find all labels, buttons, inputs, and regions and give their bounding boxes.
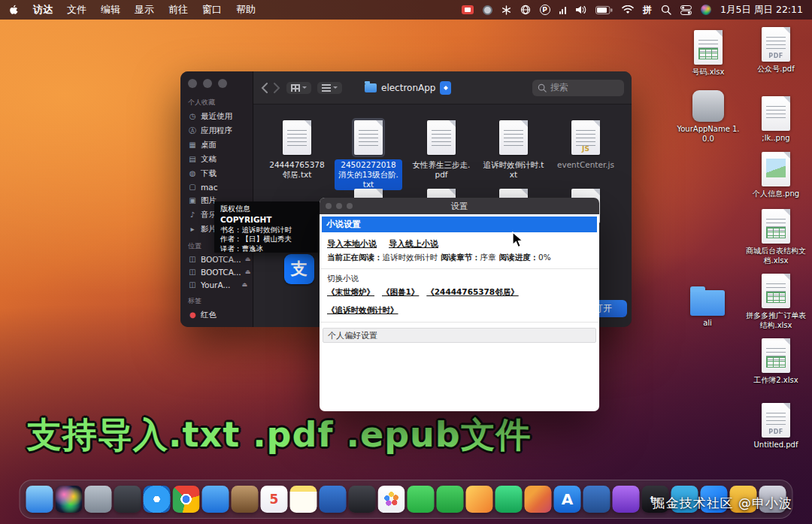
file-item[interactable]: JSeventCenter.js xyxy=(551,118,620,171)
book-link[interactable]: 《追诉时效倒计时》 xyxy=(327,305,398,316)
window-controls[interactable] xyxy=(188,79,227,88)
close-button[interactable] xyxy=(326,203,332,209)
view-mode-control[interactable] xyxy=(286,82,311,94)
dock-docker[interactable] xyxy=(583,486,611,513)
menu-item-显示[interactable]: 显示 xyxy=(135,3,154,17)
menu-item-帮助[interactable]: 帮助 xyxy=(236,3,256,17)
menu-item-访达[interactable]: 访达 xyxy=(33,3,53,17)
group-by-control[interactable] xyxy=(317,82,342,94)
book-link[interactable]: 《困兽1》 xyxy=(382,287,419,298)
dock-word[interactable] xyxy=(320,486,347,513)
dock-podcasts[interactable] xyxy=(613,486,640,513)
minimize-button[interactable] xyxy=(203,79,212,88)
menu-item-文件[interactable]: 文件 xyxy=(67,3,86,17)
app-status-icon[interactable] xyxy=(483,5,492,15)
folder-dropdown[interactable]: electronApp xyxy=(365,81,451,95)
desktop-icon[interactable]: 工作簿2.xlsx xyxy=(742,338,810,385)
sidebar-item-应用程序[interactable]: Ⓐ应用程序 xyxy=(180,123,253,138)
file-item[interactable]: 24502272018消失的13级台阶.txt xyxy=(334,118,403,190)
file-item[interactable]: 追诉时效倒计时.txt xyxy=(479,118,548,180)
desktop-icon[interactable]: ;lk..png xyxy=(742,96,810,143)
search-field[interactable]: 搜索 xyxy=(532,80,624,96)
zoom-button[interactable] xyxy=(347,203,353,209)
close-button[interactable] xyxy=(188,79,197,88)
dock-chart[interactable] xyxy=(495,486,523,513)
dock-system-settings[interactable] xyxy=(114,486,141,513)
screen-record-icon[interactable] xyxy=(462,5,474,14)
window-controls[interactable] xyxy=(326,203,353,209)
dock-finder[interactable] xyxy=(26,486,53,513)
wifi-icon[interactable] xyxy=(622,4,634,16)
import-link[interactable]: 导入本地小说 xyxy=(327,238,377,250)
dock-app-store[interactable]: A xyxy=(554,486,581,513)
novel-settings-header[interactable]: 小说设置 xyxy=(322,217,597,232)
eject-icon[interactable]: ⏏ xyxy=(241,281,249,288)
sidebar-item-BOOTCA...[interactable]: ◫BOOTCA...⏏ xyxy=(180,265,253,278)
desktop-icon[interactable]: PDF公众号.pdf xyxy=(742,27,810,74)
dock-notes[interactable] xyxy=(290,486,317,513)
sidebar-item-桌面[interactable]: ▦桌面 xyxy=(180,138,253,152)
sidebar-item-红色[interactable]: ●红色 xyxy=(180,307,253,322)
dock-wechat[interactable] xyxy=(408,486,435,513)
input-method-badge[interactable]: 拼 xyxy=(643,4,652,16)
dock-safari[interactable] xyxy=(144,486,171,513)
asterisk-icon[interactable] xyxy=(501,4,511,16)
file-item[interactable]: 24444765378邻居.txt xyxy=(262,118,332,180)
import-link[interactable]: 导入线上小说 xyxy=(389,238,438,250)
menu-item-前往[interactable]: 前往 xyxy=(168,3,188,17)
reading-status: 当前正在阅读：追诉时效倒计时 阅读章节：序章 阅读进度：0% xyxy=(320,252,599,269)
dock-colors[interactable] xyxy=(525,486,552,513)
dock-mail[interactable] xyxy=(202,486,229,513)
sidebar-item-下载[interactable]: ◍下载 xyxy=(180,166,253,180)
book-link[interactable]: 《末世熔炉》 xyxy=(327,287,374,298)
desktop[interactable]: 访达文件编辑显示前往窗口帮助 P 拼 xyxy=(0,0,812,524)
globe-icon[interactable] xyxy=(520,4,531,16)
preferences-header[interactable]: 个人偏好设置 xyxy=(323,328,596,343)
sidebar-item-mac[interactable]: ▢mac xyxy=(180,180,253,193)
zoom-button[interactable] xyxy=(218,79,227,88)
signal-meter-icon[interactable] xyxy=(559,6,567,14)
minimize-button[interactable] xyxy=(336,203,342,209)
menu-item-窗口[interactable]: 窗口 xyxy=(202,3,222,17)
finder-sidebar: 个人收藏◷最近使用Ⓐ应用程序▦桌面▤文稿◍下载▢mac▣图片♪音乐▸影片位置◫B… xyxy=(180,71,253,327)
siri-icon[interactable] xyxy=(701,5,711,15)
apple-menu-icon[interactable] xyxy=(9,4,19,16)
desktop-icon-label: 拼多多推广订单表结构.xlsx xyxy=(743,310,809,330)
desktop-icon[interactable]: 号码.xlsx xyxy=(674,30,742,77)
search-icon[interactable] xyxy=(661,4,671,16)
eject-icon[interactable]: ⏏ xyxy=(245,256,253,262)
dock-photos[interactable] xyxy=(378,486,405,513)
dropdown-stepper-icon[interactable] xyxy=(440,81,451,95)
back-button[interactable] xyxy=(261,83,268,93)
dock-terminal[interactable] xyxy=(349,486,376,513)
sidebar-item-文稿[interactable]: ▤文稿 xyxy=(180,152,253,166)
sidebar-item-最近使用[interactable]: ◷最近使用 xyxy=(180,109,253,123)
dock-calendar[interactable]: 5 xyxy=(261,486,288,513)
dock-pencil[interactable] xyxy=(466,486,493,513)
desktop-icon[interactable]: 个人信息.png xyxy=(742,152,810,198)
desktop-icon[interactable]: 商城后台表结构文档.xlsx xyxy=(742,209,810,265)
forward-button[interactable] xyxy=(274,83,280,93)
parallels-icon[interactable]: P xyxy=(540,5,550,15)
dock-camera-green[interactable] xyxy=(437,486,464,513)
alipay-file-icon[interactable]: 支 xyxy=(284,254,314,284)
book-link[interactable]: 《24444765378邻居》 xyxy=(426,287,518,298)
dock-chrome[interactable] xyxy=(173,486,200,513)
dock-siri[interactable] xyxy=(56,486,83,513)
eject-icon[interactable]: ⏏ xyxy=(245,268,253,275)
desktop-icon[interactable]: PDFUntitled.pdf xyxy=(742,403,810,450)
sidebar-item-BOOTCA...[interactable]: ◫BOOTCA...⏏ xyxy=(180,253,253,265)
settings-window[interactable]: 设置 小说设置 导入本地小说导入线上小说 当前正在阅读：追诉时效倒计时 阅读章节… xyxy=(320,198,599,411)
desktop-icon[interactable]: YourAppName 1.0.0 xyxy=(674,90,742,144)
control-center-icon[interactable] xyxy=(680,4,692,16)
sidebar-item-YourA...[interactable]: ◫YourA...⏏ xyxy=(180,278,253,291)
volume-icon[interactable] xyxy=(575,4,586,16)
dock-photos-legacy[interactable] xyxy=(232,486,259,513)
desktop-icon[interactable]: 拼多多推广订单表结构.xlsx xyxy=(742,274,810,330)
menu-clock[interactable]: 1月5日 周日 22:11 xyxy=(720,4,803,17)
file-item[interactable]: 女性养生三步走.pdf xyxy=(407,118,476,180)
menu-item-编辑[interactable]: 编辑 xyxy=(101,3,120,17)
dock-launchpad[interactable] xyxy=(85,486,112,513)
battery-icon[interactable] xyxy=(595,4,613,16)
desktop-icon[interactable]: ali xyxy=(674,284,741,328)
